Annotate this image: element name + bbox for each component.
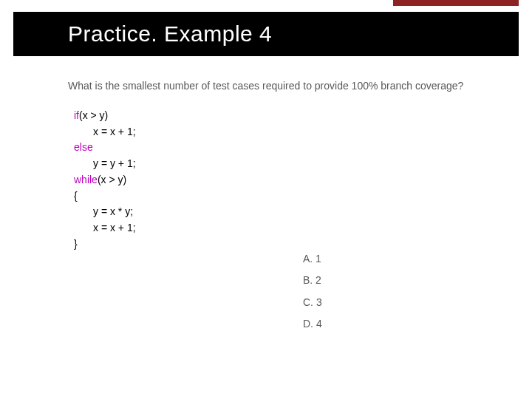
code-assign-x1: x = x + 1; xyxy=(74,124,136,140)
code-assign-x2: x = x + 1; xyxy=(74,220,136,236)
content-area: What is the smallest number of test case… xyxy=(68,80,488,252)
code-line-6: { xyxy=(74,188,488,205)
keyword-while: while xyxy=(74,174,98,185)
code-cond1: (x > y) xyxy=(79,109,108,121)
code-assign-y2: y = x * y; xyxy=(74,204,133,220)
slide-title: Practice. Example 4 xyxy=(68,21,272,47)
code-line-9: } xyxy=(74,236,488,253)
code-line-2: x = x + 1; xyxy=(74,124,488,140)
code-line-8: x = x + 1; xyxy=(74,220,488,236)
code-line-3: else xyxy=(74,140,488,156)
keyword-else: else xyxy=(74,141,93,153)
code-line-5: while(x > y) xyxy=(74,172,488,188)
code-line-1: if(x > y) xyxy=(74,108,488,124)
code-line-7: y = x * y; xyxy=(74,204,488,220)
answer-a: A. 1 xyxy=(303,248,322,270)
question-text: What is the smallest number of test case… xyxy=(68,80,474,92)
answer-b: B. 2 xyxy=(303,270,322,291)
code-assign-y1: y = y + 1; xyxy=(74,156,136,172)
answer-list: A. 1 B. 2 C. 3 D. 4 xyxy=(303,248,322,335)
code-cond2: (x > y) xyxy=(98,174,126,185)
answer-c: C. 3 xyxy=(303,292,322,313)
code-block: if(x > y) x = x + 1; else y = y + 1; whi… xyxy=(68,108,488,252)
answer-d: D. 4 xyxy=(303,313,322,335)
accent-bar xyxy=(393,0,519,6)
title-bar: Practice. Example 4 xyxy=(13,12,519,56)
code-line-4: y = y + 1; xyxy=(74,156,488,172)
keyword-if: if xyxy=(74,109,79,121)
